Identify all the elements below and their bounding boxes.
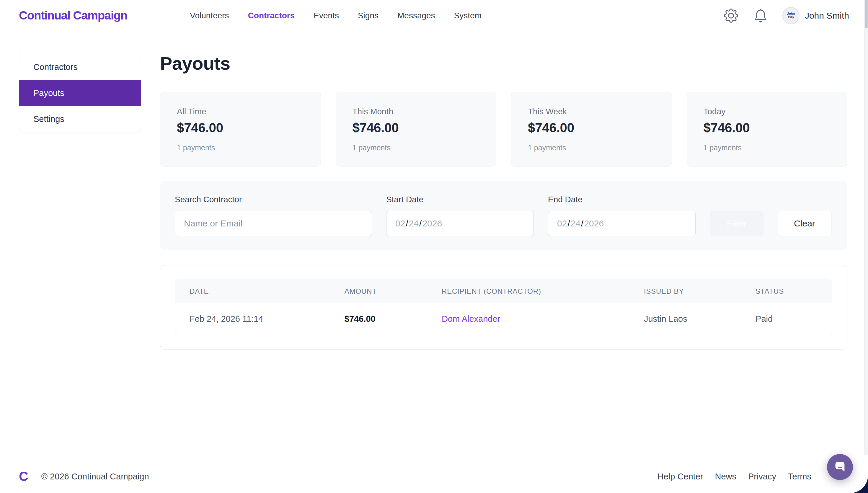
sidebar-item-settings[interactable]: Settings bbox=[19, 106, 141, 132]
footer-links: Help Center News Privacy Terms bbox=[657, 472, 811, 481]
avatar-text-line2: City bbox=[788, 16, 794, 19]
main-panel: Payouts All Time $746.00 1 payments This… bbox=[160, 54, 847, 349]
section-sidebar: Contractors Payouts Settings bbox=[19, 54, 141, 132]
cell-status: Paid bbox=[741, 303, 832, 335]
date-year: 2026 bbox=[584, 218, 604, 229]
date-day: 24 bbox=[571, 218, 581, 229]
stat-card-this-month: This Month $746.00 1 payments bbox=[336, 92, 497, 167]
date-year: 2026 bbox=[422, 218, 442, 229]
stat-subtext: 1 payments bbox=[352, 144, 480, 152]
nav-item-events[interactable]: Events bbox=[313, 11, 339, 20]
start-date-field: Start Date 02/24/2026 bbox=[386, 195, 534, 236]
nav-item-signs[interactable]: Signs bbox=[358, 11, 378, 20]
brand-logo[interactable]: Continual Campaign bbox=[19, 9, 127, 22]
stat-value: $746.00 bbox=[703, 121, 831, 135]
filter-button[interactable]: Filter bbox=[710, 211, 763, 236]
footer-link-privacy[interactable]: Privacy bbox=[748, 472, 776, 481]
notifications-bell-icon[interactable] bbox=[753, 8, 768, 23]
settings-gear-icon[interactable] bbox=[723, 8, 739, 23]
date-separator: / bbox=[406, 218, 408, 229]
scrollbar-track[interactable] bbox=[864, 0, 868, 455]
recipient-link[interactable]: Dom Alexander bbox=[442, 314, 500, 324]
column-header-issued-by: Issued By bbox=[630, 280, 741, 303]
payouts-table-panel: Date Amount Recipient (Contractor) Issue… bbox=[160, 265, 847, 349]
chat-bubble-icon bbox=[833, 459, 847, 474]
search-contractor-label: Search Contractor bbox=[175, 195, 372, 204]
footer-brand-icon: C bbox=[19, 470, 28, 483]
user-avatar: John City bbox=[782, 7, 800, 24]
stat-value: $746.00 bbox=[528, 121, 655, 135]
search-contractor-field: Search Contractor bbox=[175, 195, 372, 236]
end-date-field: End Date 02/24/2026 bbox=[548, 195, 696, 236]
column-header-date: Date bbox=[175, 280, 330, 303]
page-title: Payouts bbox=[160, 54, 847, 73]
sidebar-item-contractors[interactable]: Contractors bbox=[19, 54, 141, 80]
end-date-label: End Date bbox=[548, 195, 696, 204]
scrollbar-thumb[interactable] bbox=[865, 0, 868, 28]
stat-label: This Month bbox=[352, 107, 480, 116]
table-header-row: Date Amount Recipient (Contractor) Issue… bbox=[175, 280, 832, 303]
avatar-text-line1: John bbox=[787, 12, 795, 16]
stat-label: All Time bbox=[177, 107, 304, 116]
search-contractor-input[interactable] bbox=[175, 211, 372, 236]
end-date-input[interactable]: 02/24/2026 bbox=[548, 211, 696, 236]
stats-row: All Time $746.00 1 payments This Month $… bbox=[160, 92, 847, 167]
date-separator: / bbox=[419, 218, 421, 229]
clear-button[interactable]: Clear bbox=[778, 211, 831, 236]
stat-subtext: 1 payments bbox=[177, 144, 304, 152]
footer-link-help-center[interactable]: Help Center bbox=[657, 472, 703, 481]
page-footer: C © 2026 Continual Campaign Help Center … bbox=[0, 460, 868, 493]
sidebar-item-payouts[interactable]: Payouts bbox=[19, 80, 141, 106]
date-day: 24 bbox=[409, 218, 419, 229]
top-navbar: Continual Campaign Volunteers Contractor… bbox=[0, 0, 868, 31]
table-row: Feb 24, 2026 11:14 $746.00 Dom Alexander… bbox=[175, 303, 832, 335]
filter-panel: Search Contractor Start Date 02/24/2026 … bbox=[160, 181, 847, 250]
nav-item-contractors[interactable]: Contractors bbox=[248, 11, 295, 20]
app-root: Continual Campaign Volunteers Contractor… bbox=[0, 0, 868, 493]
cell-amount: $746.00 bbox=[330, 303, 428, 335]
nav-item-system[interactable]: System bbox=[454, 11, 481, 20]
column-header-status: Status bbox=[741, 280, 832, 303]
start-date-label: Start Date bbox=[386, 195, 534, 204]
user-menu[interactable]: John City John Smith bbox=[782, 7, 849, 24]
start-date-input[interactable]: 02/24/2026 bbox=[386, 211, 534, 236]
cell-issued-by: Justin Laos bbox=[630, 303, 741, 335]
nav-item-volunteers[interactable]: Volunteers bbox=[190, 11, 229, 20]
cell-recipient: Dom Alexander bbox=[428, 303, 630, 335]
payouts-table: Date Amount Recipient (Contractor) Issue… bbox=[175, 280, 832, 335]
stat-label: Today bbox=[703, 107, 831, 116]
chat-launcher-button[interactable] bbox=[827, 454, 853, 480]
date-month: 02 bbox=[557, 218, 567, 229]
column-header-recipient: Recipient (Contractor) bbox=[428, 280, 630, 303]
copyright-text: © 2026 Continual Campaign bbox=[41, 472, 149, 481]
stat-value: $746.00 bbox=[177, 121, 304, 135]
footer-link-news[interactable]: News bbox=[715, 472, 736, 481]
column-header-amount: Amount bbox=[330, 280, 428, 303]
date-month: 02 bbox=[395, 218, 405, 229]
date-separator: / bbox=[581, 218, 583, 229]
stat-card-today: Today $746.00 1 payments bbox=[687, 92, 848, 167]
content-area: Contractors Payouts Settings Payouts All… bbox=[0, 31, 868, 349]
stat-subtext: 1 payments bbox=[703, 144, 831, 152]
app-window: Continual Campaign Volunteers Contractor… bbox=[0, 0, 868, 493]
stat-subtext: 1 payments bbox=[528, 144, 655, 152]
stat-card-this-week: This Week $746.00 1 payments bbox=[511, 92, 672, 167]
stat-value: $746.00 bbox=[352, 121, 480, 135]
footer-link-terms[interactable]: Terms bbox=[788, 472, 811, 481]
date-separator: / bbox=[567, 218, 570, 229]
stat-card-all-time: All Time $746.00 1 payments bbox=[160, 92, 321, 167]
header-actions: John City John Smith bbox=[723, 7, 849, 24]
stat-label: This Week bbox=[528, 107, 655, 116]
payouts-table-frame: Date Amount Recipient (Contractor) Issue… bbox=[175, 280, 832, 335]
user-name: John Smith bbox=[805, 10, 849, 21]
cell-date: Feb 24, 2026 11:14 bbox=[175, 303, 330, 335]
primary-nav: Volunteers Contractors Events Signs Mess… bbox=[190, 11, 481, 20]
nav-item-messages[interactable]: Messages bbox=[397, 11, 435, 20]
